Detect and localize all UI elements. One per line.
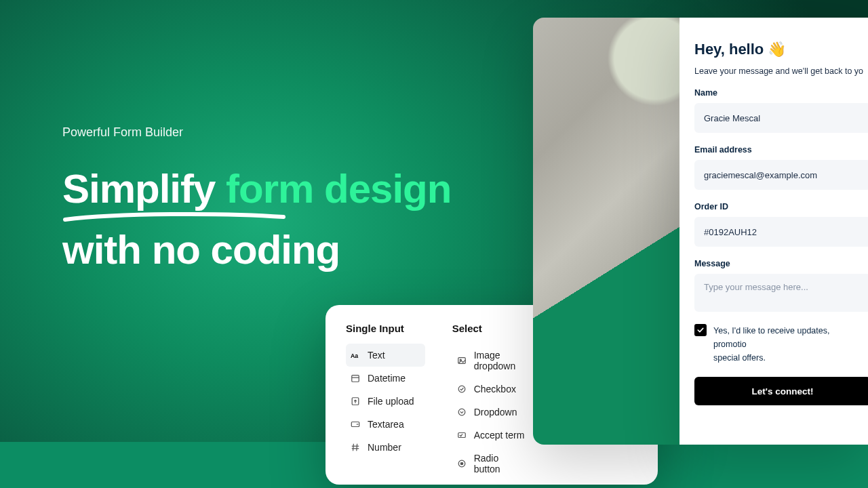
input-type-label: Dropdown (474, 407, 517, 418)
input-type-label: Checkbox (474, 384, 516, 394)
input-type-label: Number (368, 442, 401, 453)
label-message: Message (694, 259, 868, 268)
input-message[interactable]: Type your message here... (694, 274, 868, 312)
hero-title: Simplify form design with no coding (62, 163, 451, 277)
accept-icon (456, 430, 467, 441)
field-message: Message Type your message here... (694, 259, 868, 312)
contact-form-card: Hey, hello 👋 Leave your message and we'l… (679, 18, 868, 445)
input-type-label: Image dropdown (474, 350, 528, 371)
decorative-photo (533, 18, 679, 445)
hash-icon (350, 442, 361, 453)
input-type-item[interactable]: Accept term (452, 424, 532, 447)
textarea-icon (350, 419, 361, 430)
input-type-label: Radio button (474, 453, 528, 474)
svg-line-7 (357, 444, 357, 451)
input-name[interactable]: Gracie Mescal (694, 103, 868, 133)
calendar-icon (350, 373, 361, 384)
hero-line2: with no coding (62, 227, 340, 272)
upload-icon (350, 396, 361, 407)
input-type-item[interactable]: Datetime (346, 367, 425, 390)
field-name: Name Gracie Mescal (694, 88, 868, 133)
input-type-item[interactable]: AaText (346, 344, 425, 367)
label-email: Email address (694, 145, 868, 155)
hero-subtitle: Powerful Form Builder (62, 125, 451, 140)
field-order: Order ID #0192AUH12 (694, 202, 868, 247)
svg-line-6 (353, 444, 354, 451)
input-type-item[interactable]: File upload (346, 390, 425, 413)
hero-line1-plain: Simplify (62, 166, 226, 211)
input-type-label: Text (368, 350, 385, 361)
inputs-column: Single InputAaTextDatetimeFile uploadTex… (346, 323, 425, 481)
label-order: Order ID (694, 202, 868, 211)
hero-copy: Powerful Form Builder Simplify form desi… (62, 125, 451, 277)
svg-point-12 (458, 386, 465, 392)
form-title-text: Hey, hello (694, 41, 764, 58)
input-type-item[interactable]: Dropdown (452, 401, 532, 424)
consent-text: Yes, I'd like to receive updates, promot… (713, 324, 864, 365)
input-type-item[interactable]: Textarea (346, 413, 425, 436)
input-type-label: File upload (368, 396, 414, 407)
consent-checkbox[interactable] (694, 324, 707, 336)
input-type-item[interactable]: Number (346, 436, 425, 459)
input-order[interactable]: #0192AUH12 (694, 217, 868, 247)
svg-point-16 (460, 462, 463, 465)
form-title: Hey, hello 👋 (694, 41, 868, 58)
form-intro: Leave your message and we'll get back to… (694, 66, 868, 76)
column-heading: Select (452, 323, 532, 334)
label-name: Name (694, 88, 868, 98)
svg-text:Aa: Aa (351, 352, 358, 359)
image-icon (456, 355, 467, 366)
submit-button[interactable]: Let's connect! (694, 377, 868, 405)
input-type-label: Textarea (368, 419, 404, 430)
chevron-down-icon (456, 407, 467, 418)
consent-row[interactable]: Yes, I'd like to receive updates, promot… (694, 324, 864, 365)
input-email[interactable]: graciemescal@example.com (694, 160, 868, 190)
column-heading: Single Input (346, 323, 425, 334)
wave-icon: 👋 (768, 41, 786, 58)
input-type-item[interactable]: Checkbox (452, 378, 532, 401)
input-type-item[interactable]: Radio button (452, 447, 532, 481)
text-icon: Aa (350, 350, 361, 361)
svg-rect-1 (352, 375, 359, 382)
input-type-label: Accept term (474, 430, 525, 441)
checkbox-icon (456, 384, 467, 394)
inputs-column: SelectImage dropdownCheckboxDropdownAcce… (452, 323, 532, 481)
input-type-item[interactable]: Image dropdown (452, 344, 532, 378)
hero-highlight: form design (226, 163, 451, 216)
svg-point-13 (458, 409, 465, 415)
radio-icon (456, 458, 467, 469)
field-email: Email address graciemescal@example.com (694, 145, 868, 190)
input-type-label: Datetime (368, 373, 406, 384)
